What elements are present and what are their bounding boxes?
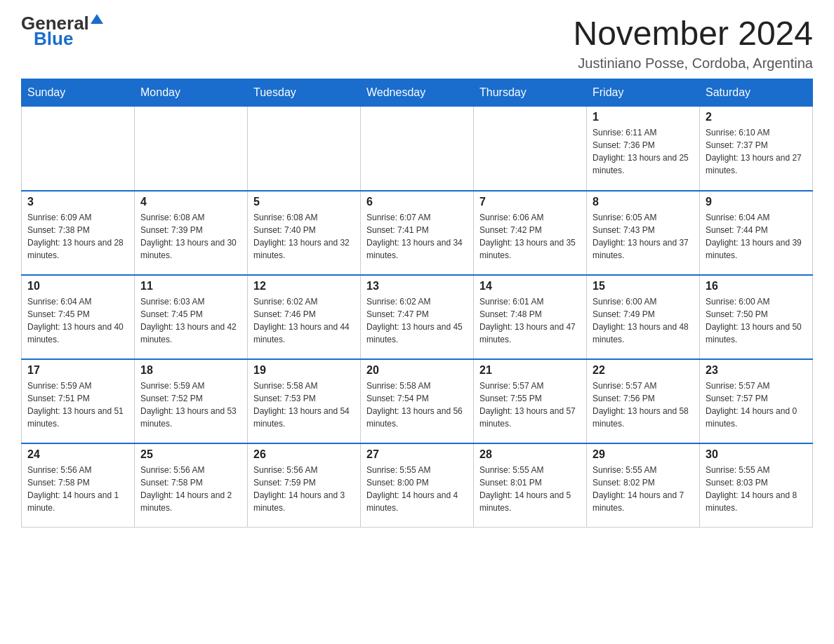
calendar-cell: 30Sunrise: 5:55 AM Sunset: 8:03 PM Dayli…: [700, 443, 813, 528]
calendar-cell: 27Sunrise: 5:55 AM Sunset: 8:00 PM Dayli…: [361, 443, 474, 528]
calendar-week-row: 1Sunrise: 6:11 AM Sunset: 7:36 PM Daylig…: [22, 107, 813, 191]
day-number: 11: [140, 280, 241, 293]
day-number: 4: [140, 196, 241, 208]
calendar-cell: 2Sunrise: 6:10 AM Sunset: 7:37 PM Daylig…: [700, 107, 813, 191]
calendar-cell: 15Sunrise: 6:00 AM Sunset: 7:49 PM Dayli…: [587, 275, 700, 359]
day-number: 10: [27, 280, 128, 293]
day-info: Sunrise: 5:57 AM Sunset: 7:55 PM Dayligh…: [479, 380, 581, 430]
day-info: Sunrise: 6:07 AM Sunset: 7:41 PM Dayligh…: [366, 211, 468, 262]
calendar-cell: 7Sunrise: 6:06 AM Sunset: 7:42 PM Daylig…: [474, 191, 587, 275]
logo: General Blue: [21, 14, 103, 48]
day-info: Sunrise: 6:09 AM Sunset: 7:38 PM Dayligh…: [27, 211, 128, 262]
day-info: Sunrise: 6:08 AM Sunset: 7:39 PM Dayligh…: [140, 211, 241, 262]
calendar-cell: 19Sunrise: 5:58 AM Sunset: 7:53 PM Dayli…: [248, 359, 361, 443]
day-info: Sunrise: 5:57 AM Sunset: 7:57 PM Dayligh…: [706, 380, 807, 430]
day-number: 12: [253, 280, 355, 293]
day-number: 1: [593, 111, 694, 123]
calendar-week-row: 3Sunrise: 6:09 AM Sunset: 7:38 PM Daylig…: [22, 191, 813, 275]
day-info: Sunrise: 5:55 AM Sunset: 8:00 PM Dayligh…: [366, 464, 468, 514]
calendar-cell: [248, 107, 361, 191]
calendar-cell: 17Sunrise: 5:59 AM Sunset: 7:51 PM Dayli…: [22, 359, 135, 443]
calendar-cell: 24Sunrise: 5:56 AM Sunset: 7:58 PM Dayli…: [22, 443, 135, 528]
day-number: 29: [593, 448, 694, 461]
day-number: 23: [706, 364, 807, 377]
calendar-week-row: 24Sunrise: 5:56 AM Sunset: 7:58 PM Dayli…: [22, 443, 813, 528]
calendar-cell: [135, 107, 248, 191]
calendar-cell: [474, 107, 587, 191]
calendar-cell: 18Sunrise: 5:59 AM Sunset: 7:52 PM Dayli…: [135, 359, 248, 443]
calendar-cell: 10Sunrise: 6:04 AM Sunset: 7:45 PM Dayli…: [22, 275, 135, 359]
day-info: Sunrise: 6:01 AM Sunset: 7:48 PM Dayligh…: [479, 295, 581, 346]
calendar-cell: 14Sunrise: 6:01 AM Sunset: 7:48 PM Dayli…: [474, 275, 587, 359]
calendar-week-row: 17Sunrise: 5:59 AM Sunset: 7:51 PM Dayli…: [22, 359, 813, 443]
day-info: Sunrise: 5:56 AM Sunset: 7:58 PM Dayligh…: [27, 464, 128, 514]
day-number: 13: [366, 280, 468, 293]
day-info: Sunrise: 5:55 AM Sunset: 8:03 PM Dayligh…: [706, 464, 807, 514]
day-info: Sunrise: 6:05 AM Sunset: 7:43 PM Dayligh…: [593, 211, 694, 262]
day-info: Sunrise: 5:58 AM Sunset: 7:53 PM Dayligh…: [253, 380, 355, 430]
calendar-cell: 25Sunrise: 5:56 AM Sunset: 7:58 PM Dayli…: [135, 443, 248, 528]
day-info: Sunrise: 6:06 AM Sunset: 7:42 PM Dayligh…: [479, 211, 581, 262]
day-number: 28: [479, 448, 581, 461]
day-number: 26: [253, 448, 355, 461]
weekday-header-tuesday: Tuesday: [248, 79, 361, 107]
day-info: Sunrise: 6:00 AM Sunset: 7:50 PM Dayligh…: [706, 295, 807, 346]
day-info: Sunrise: 5:56 AM Sunset: 7:58 PM Dayligh…: [140, 464, 241, 514]
title-area: November 2024 Justiniano Posse, Cordoba,…: [573, 14, 813, 72]
calendar-cell: 16Sunrise: 6:00 AM Sunset: 7:50 PM Dayli…: [700, 275, 813, 359]
weekday-header-sunday: Sunday: [22, 79, 135, 107]
calendar-cell: [22, 107, 135, 191]
weekday-header-thursday: Thursday: [474, 79, 587, 107]
calendar-cell: 12Sunrise: 6:02 AM Sunset: 7:46 PM Dayli…: [248, 275, 361, 359]
calendar-cell: 13Sunrise: 6:02 AM Sunset: 7:47 PM Dayli…: [361, 275, 474, 359]
weekday-header-saturday: Saturday: [700, 79, 813, 107]
weekday-header-monday: Monday: [135, 79, 248, 107]
calendar-cell: 3Sunrise: 6:09 AM Sunset: 7:38 PM Daylig…: [22, 191, 135, 275]
day-number: 3: [27, 196, 128, 208]
day-number: 9: [706, 196, 807, 208]
day-number: 17: [27, 364, 128, 377]
day-number: 22: [593, 364, 694, 377]
weekday-header-row: SundayMondayTuesdayWednesdayThursdayFrid…: [22, 79, 813, 107]
day-info: Sunrise: 5:58 AM Sunset: 7:54 PM Dayligh…: [366, 380, 468, 430]
day-info: Sunrise: 6:00 AM Sunset: 7:49 PM Dayligh…: [593, 295, 694, 346]
day-number: 27: [366, 448, 468, 461]
day-info: Sunrise: 6:04 AM Sunset: 7:45 PM Dayligh…: [27, 295, 128, 346]
location-subtitle: Justiniano Posse, Cordoba, Argentina: [573, 55, 813, 72]
day-info: Sunrise: 5:55 AM Sunset: 8:02 PM Dayligh…: [593, 464, 694, 514]
day-number: 2: [706, 111, 807, 123]
page-header: General Blue November 2024 Justiniano Po…: [21, 14, 813, 72]
calendar-cell: 20Sunrise: 5:58 AM Sunset: 7:54 PM Dayli…: [361, 359, 474, 443]
day-info: Sunrise: 6:10 AM Sunset: 7:37 PM Dayligh…: [706, 126, 807, 177]
day-number: 5: [253, 196, 355, 208]
day-number: 16: [706, 280, 807, 293]
month-year-title: November 2024: [573, 14, 813, 53]
calendar-table: SundayMondayTuesdayWednesdayThursdayFrid…: [21, 79, 813, 528]
calendar-cell: 4Sunrise: 6:08 AM Sunset: 7:39 PM Daylig…: [135, 191, 248, 275]
day-number: 15: [593, 280, 694, 293]
day-info: Sunrise: 6:02 AM Sunset: 7:47 PM Dayligh…: [366, 295, 468, 346]
day-number: 7: [479, 196, 581, 208]
weekday-header-friday: Friday: [587, 79, 700, 107]
day-number: 14: [479, 280, 581, 293]
calendar-cell: 6Sunrise: 6:07 AM Sunset: 7:41 PM Daylig…: [361, 191, 474, 275]
day-info: Sunrise: 6:11 AM Sunset: 7:36 PM Dayligh…: [593, 126, 694, 177]
day-number: 18: [140, 364, 241, 377]
calendar-cell: 28Sunrise: 5:55 AM Sunset: 8:01 PM Dayli…: [474, 443, 587, 528]
weekday-header-wednesday: Wednesday: [361, 79, 474, 107]
day-number: 20: [366, 364, 468, 377]
calendar-cell: 9Sunrise: 6:04 AM Sunset: 7:44 PM Daylig…: [700, 191, 813, 275]
day-number: 24: [27, 448, 128, 461]
day-number: 6: [366, 196, 468, 208]
calendar-cell: 11Sunrise: 6:03 AM Sunset: 7:45 PM Dayli…: [135, 275, 248, 359]
calendar-cell: 5Sunrise: 6:08 AM Sunset: 7:40 PM Daylig…: [248, 191, 361, 275]
day-info: Sunrise: 6:02 AM Sunset: 7:46 PM Dayligh…: [253, 295, 355, 346]
calendar-cell: 26Sunrise: 5:56 AM Sunset: 7:59 PM Dayli…: [248, 443, 361, 528]
calendar-cell: 21Sunrise: 5:57 AM Sunset: 7:55 PM Dayli…: [474, 359, 587, 443]
day-info: Sunrise: 6:08 AM Sunset: 7:40 PM Dayligh…: [253, 211, 355, 262]
day-number: 8: [593, 196, 694, 208]
calendar-cell: 1Sunrise: 6:11 AM Sunset: 7:36 PM Daylig…: [587, 107, 700, 191]
calendar-cell: 22Sunrise: 5:57 AM Sunset: 7:56 PM Dayli…: [587, 359, 700, 443]
day-info: Sunrise: 5:55 AM Sunset: 8:01 PM Dayligh…: [479, 464, 581, 514]
day-number: 21: [479, 364, 581, 377]
